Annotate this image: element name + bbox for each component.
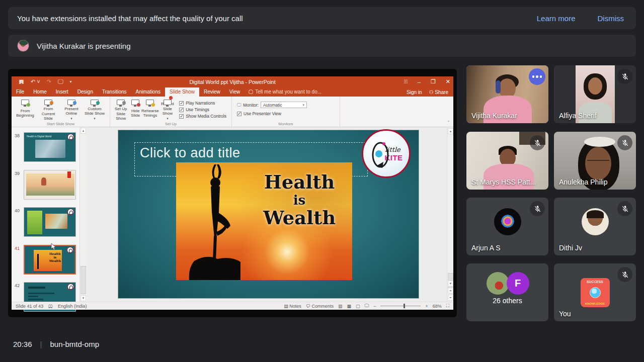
minimize-icon[interactable]: –	[418, 79, 421, 85]
participant-tile-alfiya[interactable]: Alfiya Sherif	[554, 65, 636, 123]
thumbnail-scrollbar[interactable]: ▲ ▼	[79, 127, 87, 302]
yoga-silhouette	[179, 162, 255, 280]
ppt-tab-bar: File Home Insert Design Transitions Anim…	[12, 87, 453, 97]
participant-tile-anulekha[interactable]: Anulekha Philip	[554, 132, 636, 190]
meet-control-bar: 20:36 | bun-bmtd-omp 34	[0, 328, 644, 362]
custom-slide-show-button[interactable]: Custom Slide Show	[83, 98, 106, 121]
sign-in-link[interactable]: Sign in	[407, 89, 422, 95]
tab-insert[interactable]: Insert	[51, 87, 73, 97]
extensions-banner: You have extensions installed that may a…	[8, 7, 636, 29]
tab-home[interactable]: Home	[29, 87, 51, 97]
notes-button[interactable]: ▤ Notes	[284, 304, 301, 309]
close-icon[interactable]: ✕	[446, 78, 450, 85]
play-narrations-checkbox[interactable]: Play Narrations	[179, 101, 226, 106]
use-timings-checkbox[interactable]: Use Timings	[179, 107, 226, 112]
extensions-banner-text: You have extensions installed that may a…	[17, 14, 243, 23]
ribbon-group-set-up: Set Up Slide Show Hide Slide Rehearse Ti…	[110, 97, 232, 127]
restore-icon[interactable]: ❐	[431, 78, 436, 85]
scrollbar-thumb[interactable]	[80, 266, 86, 294]
participant-tile-others[interactable]: F 26 others	[466, 263, 548, 321]
collapse-ribbon-icon[interactable]: ⌃	[447, 120, 450, 125]
mic-muted-icon	[530, 135, 545, 150]
rehearse-timings-button[interactable]: Rehearse Timings	[141, 98, 159, 121]
view-sorter-icon[interactable]: ▦	[347, 304, 351, 309]
clock: 20:36	[13, 340, 32, 348]
thumb-number: 41	[15, 246, 20, 251]
others-count-label: 26 others	[466, 297, 548, 305]
fit-slide-icon[interactable]: ⛶	[446, 303, 449, 309]
tile-options-button[interactable]	[529, 68, 545, 85]
from-beginning-button[interactable]: From Beginning	[14, 98, 37, 121]
participant-name: Vijitha Kurakar	[471, 112, 517, 120]
kite-logo-icon	[67, 134, 74, 140]
participant-tile-you[interactable]: SUCCESS KNOWLEDGE You	[554, 263, 636, 321]
set-up-slide-show-button[interactable]: Set Up Slide Show	[112, 98, 130, 121]
slide-thumbnail-40[interactable]	[24, 207, 76, 237]
view-slideshow-icon[interactable]: 🖵	[364, 303, 369, 309]
show-media-controls-checkbox[interactable]: Show Media Controls	[179, 114, 226, 119]
ribbon-group-start-slide-show: From Beginning From Current Slide Presen…	[12, 97, 110, 127]
monitor-dropdown[interactable]: Automatic▾	[261, 102, 307, 108]
undo-icon[interactable]: ↶ ˅	[31, 78, 40, 85]
tab-review[interactable]: Review	[199, 87, 225, 97]
zoom-in-icon[interactable]: +	[425, 304, 428, 309]
tab-view[interactable]: View	[225, 87, 245, 97]
participant-name: You	[559, 310, 571, 318]
participant-tile-stmarys[interactable]: St Marys HSS Patt...	[466, 132, 548, 190]
from-current-slide-button[interactable]: From Current Slide	[37, 98, 60, 121]
health-is-wealth-image[interactable]: Health is Wealth	[176, 162, 352, 280]
zoom-slider[interactable]	[380, 306, 421, 306]
view-normal-icon[interactable]: ▥	[338, 304, 343, 309]
participant-tile-dithi[interactable]: Dithi Jv	[554, 198, 636, 255]
zoom-out-icon[interactable]: −	[373, 304, 376, 309]
tab-design[interactable]: Design	[73, 87, 98, 97]
participant-tile-vijitha[interactable]: Vijitha Kurakar	[466, 65, 548, 123]
tab-animations[interactable]: Animations	[131, 87, 165, 97]
language-status[interactable]: English (India)	[58, 304, 87, 309]
record-slide-show-button[interactable]: Record Slide Show	[159, 98, 177, 121]
scroll-up-icon[interactable]: ▲	[448, 128, 453, 134]
view-reading-icon[interactable]: ▢	[356, 304, 360, 309]
thumb-text-line	[28, 299, 43, 300]
slide-scrollbar[interactable]: ▲ ▼ ⏶ ⏷	[447, 127, 453, 302]
bookmark-icon	[67, 171, 71, 178]
slide-thumbnail-41[interactable]: HealthisWealth	[24, 245, 76, 275]
mouse-cursor	[51, 243, 57, 251]
next-slide-icon[interactable]: ⏷	[448, 295, 453, 301]
main-slide[interactable]: Click to add title little KITE	[118, 130, 419, 298]
slideshow-icon[interactable]: 🖵	[58, 78, 63, 85]
ppt-title-bar: 🖪 ↶ ˅ ↷ 🖵 ▾ Digital World ppt Vijitha - …	[12, 76, 453, 87]
tab-file[interactable]: File	[12, 87, 29, 97]
comments-button[interactable]: 🗩 Comments	[306, 304, 334, 309]
zoom-level[interactable]: 68%	[433, 304, 442, 309]
tell-me-box[interactable]: Tell me what you want to do...	[245, 87, 326, 97]
tab-transitions[interactable]: Transitions	[98, 87, 131, 97]
dismiss-button[interactable]: Dismiss	[598, 14, 624, 23]
thumb-image: HealthisWealth	[34, 250, 62, 271]
scroll-down-icon[interactable]: ▼	[448, 281, 453, 287]
present-online-button[interactable]: Present Online	[60, 98, 83, 121]
ribbon-options-icon[interactable]: ⍐	[404, 78, 408, 85]
tab-slide-show[interactable]: Slide Show	[165, 87, 199, 97]
share-button[interactable]: ⚇ Share	[429, 89, 448, 95]
slide-edit-region: Click to add title little KITE	[87, 127, 453, 302]
use-presenter-view-checkbox[interactable]: Use Presenter View	[237, 111, 307, 116]
previous-slide-icon[interactable]: ⏶	[448, 288, 453, 294]
presenting-banner: Vijitha Kurakar is presenting	[8, 35, 636, 57]
save-icon[interactable]: 🖪	[19, 79, 24, 85]
group-label: Set Up	[110, 122, 231, 126]
hide-slide-button[interactable]: Hide Slide	[130, 98, 141, 121]
scroll-down-icon[interactable]: ▼	[80, 295, 86, 301]
spellcheck-icon[interactable]: 🕮	[48, 304, 53, 309]
ppt-status-bar: Slide 41 of 43 🕮 English (India) ▤ Notes…	[12, 302, 453, 310]
learn-more-link[interactable]: Learn more	[537, 14, 576, 23]
slide-thumbnail-panel: 38 Health in Digital World 39 40	[12, 127, 79, 302]
slide-thumbnail-39[interactable]	[24, 170, 76, 200]
thumb-image	[27, 211, 42, 234]
shared-screen: 🖪 ↶ ˅ ↷ 🖵 ▾ Digital World ppt Vijitha - …	[8, 69, 457, 317]
qat-customize-icon[interactable]: ▾	[70, 79, 72, 84]
avatar	[494, 208, 521, 235]
participant-tile-arjun[interactable]: Arjun A S	[466, 198, 548, 255]
slide-thumbnail-38[interactable]: Health in Digital World	[24, 132, 76, 162]
scroll-up-icon[interactable]: ▲	[80, 128, 86, 134]
